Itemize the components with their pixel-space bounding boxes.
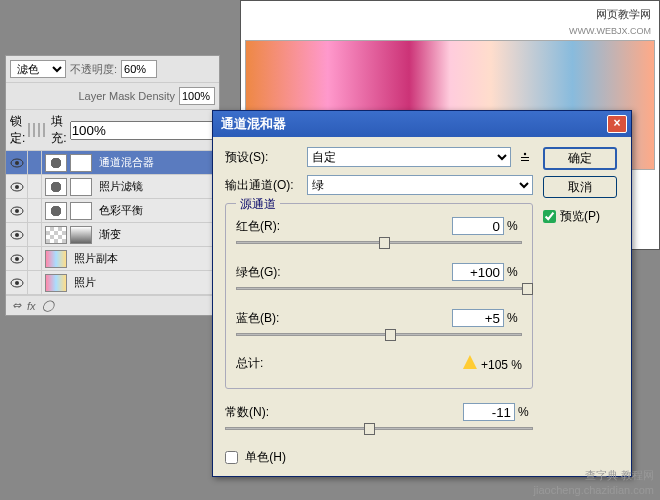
layer-thumb	[70, 202, 92, 220]
layer-thumb	[45, 178, 67, 196]
fill-label: 填充:	[51, 113, 66, 147]
layer-name: 通道混合器	[95, 155, 154, 170]
preview-option[interactable]: 预览(P)	[543, 208, 619, 225]
constant-slider[interactable]	[225, 423, 533, 435]
layer-name: 照片	[70, 275, 96, 290]
visibility-icon[interactable]	[6, 199, 28, 222]
layer-thumb	[45, 274, 67, 292]
layer-thumb	[70, 226, 92, 244]
lock-position-icon[interactable]	[38, 123, 40, 137]
blue-slider[interactable]	[236, 329, 522, 341]
layer-row[interactable]: 照片副本	[6, 247, 219, 271]
svg-point-3	[15, 185, 19, 189]
svg-point-9	[15, 257, 19, 261]
layer-thumb	[45, 226, 67, 244]
layer-thumb	[45, 250, 67, 268]
preview-label: 预览(P)	[560, 208, 600, 225]
preset-menu-icon[interactable]	[517, 149, 533, 165]
link-cell	[28, 223, 42, 246]
density-label: Layer Mask Density	[10, 90, 175, 102]
preset-select[interactable]: 自定	[307, 147, 511, 167]
link-cell	[28, 271, 42, 294]
percent-unit: %	[515, 405, 533, 419]
layers-panel: 滤色 不透明度: Layer Mask Density 锁定: 填充: 通道混合…	[5, 55, 220, 316]
red-input[interactable]	[452, 217, 504, 235]
visibility-icon[interactable]	[6, 247, 28, 270]
constant-input[interactable]	[463, 403, 515, 421]
svg-point-12	[524, 153, 526, 155]
dialog-titlebar[interactable]: 通道混和器 ×	[213, 111, 631, 137]
channel-mixer-dialog: 通道混和器 × 预设(S): 自定 输出通道(O): 绿 源通道 红色(R):%…	[212, 110, 632, 477]
layer-panel-footer: ⇔ fx ◯	[6, 295, 219, 315]
monochrome-checkbox[interactable]	[225, 451, 238, 464]
link-cell	[28, 199, 42, 222]
layer-name: 色彩平衡	[95, 203, 143, 218]
preview-checkbox[interactable]	[543, 210, 556, 223]
blue-label: 蓝色(B):	[236, 310, 452, 327]
dialog-title: 通道混和器	[217, 115, 286, 133]
red-slider[interactable]	[236, 237, 522, 249]
svg-point-11	[15, 281, 19, 285]
watermark: 查字典 教程网 jiaocheng.chazidian.com	[534, 468, 654, 497]
lock-all-icon[interactable]	[43, 123, 45, 137]
close-icon[interactable]: ×	[607, 115, 627, 133]
lock-label: 锁定:	[10, 113, 25, 147]
constant-label: 常数(N):	[225, 404, 463, 421]
visibility-icon[interactable]	[6, 175, 28, 198]
lock-transparent-icon[interactable]	[28, 123, 30, 137]
source-channels-group: 源通道 红色(R):%绿色(G):%蓝色(B):%总计:+105 %	[225, 203, 533, 389]
total-value: +105 %	[463, 355, 522, 372]
visibility-icon[interactable]	[6, 151, 28, 174]
ok-button[interactable]: 确定	[543, 147, 617, 170]
layer-row[interactable]: 渐变	[6, 223, 219, 247]
layer-thumb	[45, 202, 67, 220]
svg-rect-14	[521, 160, 529, 161]
link-cell	[28, 247, 42, 270]
density-input[interactable]	[179, 87, 215, 105]
source-channels-legend: 源通道	[236, 196, 280, 213]
svg-point-1	[15, 161, 19, 165]
preset-label: 预设(S):	[225, 149, 301, 166]
site-url: WWW.WEBJX.COM	[245, 24, 655, 38]
svg-rect-13	[521, 157, 529, 158]
layer-name: 照片副本	[70, 251, 118, 266]
output-channel-select[interactable]: 绿	[307, 175, 533, 195]
blue-input[interactable]	[452, 309, 504, 327]
visibility-icon[interactable]	[6, 271, 28, 294]
link-cell	[28, 151, 42, 174]
layer-thumb	[70, 178, 92, 196]
site-name: 网页教学网	[245, 5, 655, 24]
layer-row[interactable]: 照片滤镜	[6, 175, 219, 199]
opacity-label: 不透明度:	[70, 62, 117, 77]
red-label: 红色(R):	[236, 218, 452, 235]
svg-point-5	[15, 209, 19, 213]
layer-name: 照片滤镜	[95, 179, 143, 194]
green-label: 绿色(G):	[236, 264, 452, 281]
total-label: 总计:	[236, 355, 263, 372]
visibility-icon[interactable]	[6, 223, 28, 246]
layer-row[interactable]: 照片	[6, 271, 219, 295]
warning-icon	[463, 355, 477, 369]
layer-thumb	[45, 154, 67, 172]
opacity-input[interactable]	[121, 60, 157, 78]
monochrome-option[interactable]: 单色(H)	[225, 449, 533, 466]
green-slider[interactable]	[236, 283, 522, 295]
layer-row[interactable]: 色彩平衡	[6, 199, 219, 223]
link-cell	[28, 175, 42, 198]
green-input[interactable]	[452, 263, 504, 281]
blend-mode-select[interactable]: 滤色	[10, 60, 66, 78]
svg-point-7	[15, 233, 19, 237]
lock-pixel-icon[interactable]	[33, 123, 35, 137]
layer-list: 通道混合器照片滤镜色彩平衡渐变照片副本照片	[6, 151, 219, 295]
link-icon[interactable]: ⇔	[12, 299, 21, 312]
mask-add-icon[interactable]: ◯	[42, 299, 54, 312]
monochrome-label: 单色(H)	[245, 450, 286, 464]
layer-row[interactable]: 通道混合器	[6, 151, 219, 175]
cancel-button[interactable]: 取消	[543, 176, 617, 198]
layer-thumb	[70, 154, 92, 172]
output-channel-label: 输出通道(O):	[225, 177, 301, 194]
layer-name: 渐变	[95, 227, 121, 242]
fx-icon[interactable]: fx	[27, 300, 36, 312]
